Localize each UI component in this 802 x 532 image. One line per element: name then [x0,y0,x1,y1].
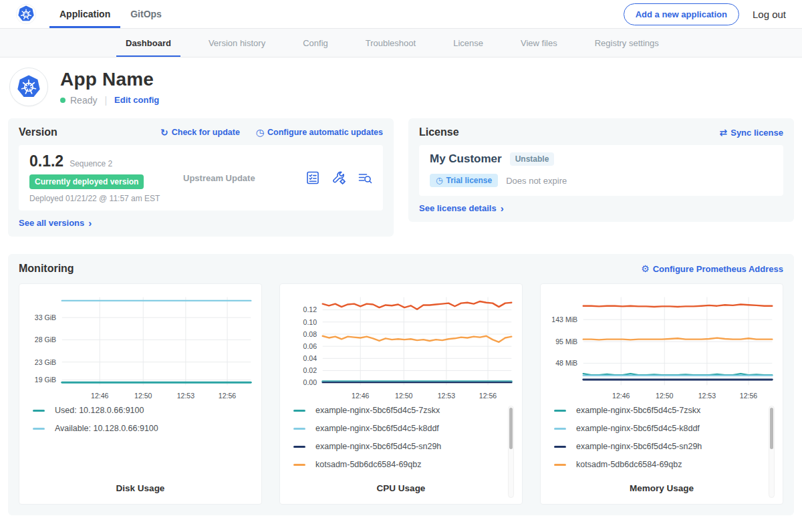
see-license-details-link[interactable]: See license details › [419,203,504,214]
svg-text:12:46: 12:46 [91,392,109,400]
svg-text:19 GiB: 19 GiB [35,376,56,384]
legend-label: example-nginx-5bc6f5d4c5-7zskx [315,406,440,415]
trial-license-badge: ◷ Trial license [430,174,498,187]
refresh-icon: ↻ [160,127,168,138]
sync-arrows-icon: ⇄ [719,127,727,138]
legend-label: Used: 10.128.0.66:9100 [55,406,144,415]
memory-usage-legend: example-nginx-5bc6f5d4c5-7zskxexample-ng… [554,406,775,478]
status-dot [60,98,65,103]
legend-swatch [293,464,305,466]
legend-swatch [293,446,305,448]
page-title: App Name [60,69,159,90]
legend-label: example-nginx-5bc6f5d4c5-k8ddf [315,424,439,433]
sequence-label: Sequence 2 [70,159,112,168]
svg-text:95 MiB: 95 MiB [555,338,577,346]
legend-scrollbar[interactable] [508,406,514,498]
divider: | [104,95,107,106]
legend-item: example-nginx-5bc6f5d4c5-7zskx [554,406,763,415]
legend-swatch [33,428,45,430]
version-card-title: Version [19,126,57,138]
check-for-update-link[interactable]: ↻ Check for update [160,127,240,138]
topnav-tab-gitops[interactable]: GitOps [120,2,172,28]
memory-usage-card: 48 MiB95 MiB143 MiB12:4612:5012:5312:56e… [540,283,783,505]
topnav-right: Add a new application Log out [624,0,786,28]
legend-item: example-nginx-5bc6f5d4c5-7zskx [293,406,502,415]
sync-license-link[interactable]: ⇄ Sync license [719,127,783,138]
svg-text:0.04: 0.04 [303,354,317,362]
svg-text:12:50: 12:50 [134,392,152,400]
edit-config-link[interactable]: Edit config [114,95,159,105]
legend-scrollbar-thumb[interactable] [509,408,513,449]
cpu-usage-card: 0.000.020.040.060.080.100.1212:4612:5012… [279,283,523,505]
clock-refresh-icon: ◷ [256,127,264,138]
legend-item: example-nginx-5bc6f5d4c5-k8ddf [293,424,502,433]
customer-name: My Customer [430,152,502,166]
legend-label: example-nginx-5bc6f5d4c5-7zskx [576,406,700,415]
legend-swatch [554,464,566,466]
svg-text:12:56: 12:56 [740,392,758,400]
legend-scrollbar-thumb[interactable] [770,408,773,449]
legend-item: kotsadm-5db6dc6584-69qbz [293,460,502,469]
tab-view-files[interactable]: View files [511,30,567,57]
app-logo-icon [9,68,48,106]
legend-label: example-nginx-5bc6f5d4c5-sn29h [315,442,441,451]
svg-text:12:46: 12:46 [612,392,630,400]
legend-item: kotsadm-5db6dc6584-69qbz [554,460,763,469]
cpu-usage-plot: 0.000.020.040.060.080.100.1212:4612:5012… [285,291,517,403]
legend-item: Available: 10.128.0.66:9100 [33,424,241,433]
tab-version-history[interactable]: Version history [199,30,275,57]
release-notes-icon[interactable] [305,170,320,185]
configure-prometheus-link[interactable]: ⚙ Configure Prometheus Address [641,263,783,274]
svg-text:48 MiB: 48 MiB [555,359,577,367]
svg-text:0.06: 0.06 [303,342,317,350]
channel-badge: Unstable [510,152,555,166]
deployed-timestamp: Deployed 01/21/22 @ 11:57 am EST [29,194,171,203]
svg-text:23 GiB: 23 GiB [35,358,56,366]
legend-label: kotsadm-5db6dc6584-69qbz [315,460,421,469]
svg-text:0.08: 0.08 [303,330,317,338]
tab-license[interactable]: License [444,30,493,57]
logout-link[interactable]: Log out [753,9,786,20]
svg-text:12:56: 12:56 [479,392,497,400]
legend-scrollbar[interactable] [769,406,775,498]
svg-text:0.10: 0.10 [303,318,317,326]
charts-row: 19 GiB23 GiB28 GiB33 GiB12:4612:5012:531… [19,283,783,505]
svg-text:12:50: 12:50 [395,392,413,400]
memory-usage-title: Memory Usage [546,478,777,496]
legend-label: example-nginx-5bc6f5d4c5-sn29h [576,442,702,451]
monitoring-section: Monitoring ⚙ Configure Prometheus Addres… [8,254,794,515]
tab-config[interactable]: Config [293,30,338,57]
legend-item: example-nginx-5bc6f5d4c5-sn29h [554,442,763,451]
svg-text:12:53: 12:53 [177,392,195,400]
tab-registry-settings[interactable]: Registry settings [585,30,668,57]
cpu-usage-title: CPU Usage [285,478,517,496]
legend-item: example-nginx-5bc6f5d4c5-sn29h [293,442,502,451]
legend-swatch [293,428,305,430]
svg-text:12:46: 12:46 [352,392,370,400]
legend-swatch [33,410,45,412]
config-wrench-icon[interactable] [331,170,346,185]
legend-label: Available: 10.128.0.66:9100 [55,424,158,433]
add-application-button[interactable]: Add a new application [624,3,739,25]
stopwatch-icon: ◷ [436,176,442,185]
preflight-checks-icon[interactable] [358,170,372,185]
svg-text:12:53: 12:53 [698,392,716,400]
svg-text:0.12: 0.12 [303,305,317,313]
svg-text:12:56: 12:56 [219,392,237,400]
topnav-tab-application[interactable]: Application [49,2,120,28]
version-number: 0.1.2 [29,152,63,170]
legend-label: kotsadm-5db6dc6584-69qbz [576,460,682,469]
tab-troubleshoot[interactable]: Troubleshoot [356,30,425,57]
top-navigation: ApplicationGitOps Add a new application … [0,0,802,29]
kubernetes-logo-icon[interactable] [16,0,36,28]
license-card-title: License [419,126,459,138]
svg-text:33 GiB: 33 GiB [35,313,56,321]
legend-item: Used: 10.128.0.66:9100 [33,406,241,415]
license-card: License ⇄ Sync license My Customer Unsta… [408,118,794,222]
see-all-versions-link[interactable]: See all versions › [19,217,92,229]
tab-dashboard[interactable]: Dashboard [116,30,180,57]
status-text: Ready [70,95,97,106]
configure-automatic-updates-link[interactable]: ◷ Configure automatic updates [256,127,383,138]
legend-item: example-nginx-5bc6f5d4c5-k8ddf [554,424,763,433]
gear-icon: ⚙ [641,263,650,274]
